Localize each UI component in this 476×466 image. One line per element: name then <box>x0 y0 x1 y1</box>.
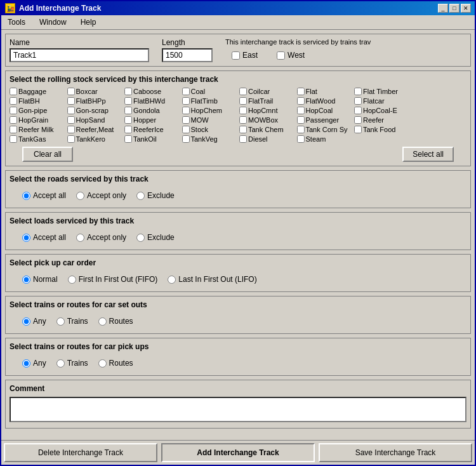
loads-title: Select loads serviced by this track <box>10 216 466 225</box>
setouts-any-radio[interactable] <box>22 317 30 326</box>
comment-input[interactable] <box>10 397 466 422</box>
length-group: Length <box>162 38 213 62</box>
name-input[interactable] <box>10 48 149 62</box>
cb-tankveg: TankVeg <box>182 135 237 143</box>
cb-hopcoal: HopCoal <box>297 107 352 114</box>
close-button[interactable]: ✕ <box>461 4 471 13</box>
loads-accept-all-label: Accept all <box>33 233 66 242</box>
roads-accept-only: Accept only <box>76 191 126 200</box>
roads-accept-all: Accept all <box>22 191 66 200</box>
car-order-radio-group: Normal First In First Out (FIFO) Last In… <box>10 271 466 288</box>
menu-help[interactable]: Help <box>77 17 100 28</box>
car-order-fifo-radio[interactable] <box>68 276 76 284</box>
title-bar-left: 🚂 Add Interchange Track <box>5 3 101 13</box>
cb-flattimb: FlatTimb <box>182 97 237 105</box>
cb-hopchem: HopChem <box>182 107 237 114</box>
rolling-stock-title: Select the rolling stock serviced by thi… <box>10 75 466 84</box>
roads-exclude: Exclude <box>136 191 175 200</box>
roads-accept-all-radio[interactable] <box>22 192 30 200</box>
roads-exclude-radio[interactable] <box>136 192 145 200</box>
setouts-trains-radio[interactable] <box>56 317 65 326</box>
bottom-buttons: Delete Interchange Track Add Interchange… <box>1 440 475 465</box>
pickups-trains: Trains <box>56 359 88 368</box>
add-button[interactable]: Add Interchange Track <box>161 443 315 462</box>
east-checkbox[interactable] <box>232 51 240 60</box>
west-label: West <box>288 51 305 60</box>
save-button[interactable]: Save Interchange Track <box>319 443 472 462</box>
service-dir-group: This interchange track is serviced by tr… <box>225 38 371 62</box>
service-dir-text: This interchange track is serviced by tr… <box>225 38 371 46</box>
setouts-trains-label: Trains <box>67 317 88 326</box>
setouts-routes-radio[interactable] <box>98 317 107 326</box>
cb-reefer-milk: Reefer Milk <box>10 126 65 133</box>
loads-exclude-radio[interactable] <box>136 234 145 242</box>
loads-accept-only-radio[interactable] <box>76 234 84 242</box>
pickups-trains-label: Trains <box>67 359 88 368</box>
cb-reefereice: ReeferIce <box>124 126 180 133</box>
car-order-section: Select pick up car order Normal First In… <box>5 254 471 292</box>
name-group: Name <box>10 38 149 62</box>
window-title: Add Interchange Track <box>19 4 101 13</box>
select-all-button[interactable]: Select all <box>402 147 454 162</box>
setouts-routes: Routes <box>98 317 133 326</box>
west-item: West <box>277 51 305 60</box>
roads-accept-only-radio[interactable] <box>76 192 84 200</box>
length-input[interactable] <box>162 48 213 62</box>
cb-flatbh: FlatBH <box>10 97 65 105</box>
cb-tankgas: TankGas <box>10 135 65 143</box>
car-order-lifo: Last In First Out (LIFO) <box>168 275 256 284</box>
roads-exclude-label: Exclude <box>147 191 175 200</box>
cb-boxcar: Boxcar <box>67 88 122 95</box>
loads-exclude: Exclude <box>136 233 175 242</box>
pickups-any-radio[interactable] <box>22 359 30 368</box>
cb-mow: MOW <box>182 116 237 124</box>
stock-buttons-row: Clear all Select all <box>10 147 466 162</box>
cb-flat-timber: Flat Timber <box>354 88 409 95</box>
loads-exclude-label: Exclude <box>147 233 175 242</box>
loads-accept-all: Accept all <box>22 233 66 242</box>
cb-baggage: Baggage <box>10 88 65 95</box>
cb-reefer: Reefer <box>354 116 409 124</box>
cb-gon-scrap: Gon-scrap <box>67 107 122 114</box>
car-order-lifo-radio[interactable] <box>168 276 176 284</box>
header-panel: Name Length This interchange track is se… <box>5 34 471 67</box>
app-icon: 🚂 <box>5 3 15 13</box>
loads-accept-only-label: Accept only <box>87 233 126 242</box>
comment-label: Comment <box>10 384 466 393</box>
checkboxes-grid: Baggage Boxcar Caboose Coal Coilcar Flat… <box>10 88 466 143</box>
loads-section: Select loads serviced by this track Acce… <box>5 212 471 250</box>
cb-tank-chem: Tank Chem <box>239 126 294 133</box>
pickups-trains-radio[interactable] <box>56 359 65 368</box>
pickups-routes-radio[interactable] <box>98 359 107 368</box>
pickups-any-label: Any <box>33 359 46 368</box>
menu-bar: Tools Window Help <box>1 15 475 30</box>
car-order-lifo-label: Last In First Out (LIFO) <box>178 275 256 284</box>
cb-tank-food: Tank Food <box>354 126 409 133</box>
menu-tools[interactable]: Tools <box>4 17 29 28</box>
clear-all-button[interactable]: Clear all <box>22 147 73 162</box>
cb-steam: Steam <box>297 135 352 143</box>
west-checkbox[interactable] <box>277 51 285 60</box>
delete-button[interactable]: Delete Interchange Track <box>4 443 157 462</box>
main-window: 🚂 Add Interchange Track _ □ ✕ Tools Wind… <box>0 0 476 466</box>
cb-hopgrain: HopGrain <box>10 116 65 124</box>
cb-hopsand: HopSand <box>67 116 122 124</box>
roads-title: Select the roads serviced by this track <box>10 175 466 183</box>
east-label: East <box>242 51 258 60</box>
cb-hopper: Hopper <box>124 116 180 124</box>
cb-mowbox: MOWBox <box>239 116 294 124</box>
car-order-normal-radio[interactable] <box>22 276 30 284</box>
cb-gondola: Gondola <box>124 107 180 114</box>
roads-radio-group: Accept all Accept only Exclude <box>10 187 466 204</box>
car-order-normal: Normal <box>22 275 58 284</box>
loads-radio-group: Accept all Accept only Exclude <box>10 229 466 246</box>
pickups-routes-label: Routes <box>109 359 133 368</box>
maximize-button[interactable]: □ <box>449 4 459 13</box>
loads-accept-all-radio[interactable] <box>22 234 30 242</box>
name-label: Name <box>10 38 149 47</box>
menu-window[interactable]: Window <box>36 17 70 28</box>
minimize-button[interactable]: _ <box>438 4 448 13</box>
title-bar: 🚂 Add Interchange Track _ □ ✕ <box>1 1 475 15</box>
cb-tankoil: TankOil <box>124 135 180 143</box>
cb-caboose: Caboose <box>124 88 180 95</box>
